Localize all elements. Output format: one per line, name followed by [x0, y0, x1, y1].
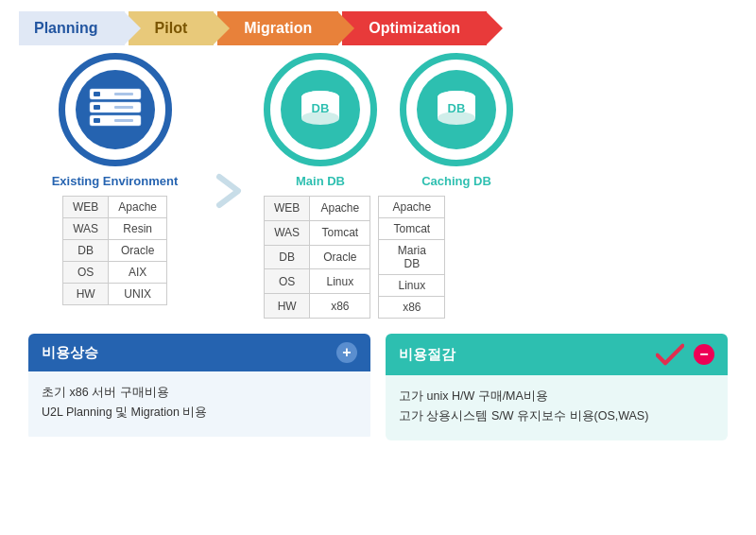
main-db-icon-bg: DB	[281, 70, 360, 149]
main-db-table: WEB Apache WAS Tomcat DB Oracle OS Linux	[264, 196, 370, 319]
existing-env-circle	[59, 53, 172, 166]
phase-pilot-label: Pilot	[155, 20, 188, 37]
right-env-section: DB Main DB DB	[254, 53, 733, 319]
card-cost-increase: 비용상승 + 초기 x86 서버 구매비용 U2L Planning 및 Mig…	[28, 334, 370, 440]
svg-rect-6	[94, 105, 100, 110]
main-row-3-val: Linux	[310, 269, 370, 294]
table-row: x86	[379, 297, 445, 319]
main-row-3-key: OS	[265, 269, 310, 294]
right-chevron-icon	[212, 167, 249, 215]
cache-row-2-val: Maria DB	[379, 240, 445, 275]
card-cost-decrease-header: 비용절감 −	[386, 334, 728, 375]
right-env-tables: WEB Apache WAS Tomcat DB Oracle OS Linux	[254, 196, 733, 319]
table-row: HW UNIX	[62, 284, 166, 305]
existing-row-3-val: AIX	[109, 262, 167, 284]
svg-rect-2	[94, 92, 100, 96]
table-row: DB Oracle	[265, 245, 370, 269]
existing-row-4-key: HW	[62, 284, 108, 305]
table-row: Maria DB	[379, 240, 445, 275]
main-row-2-val: Oracle	[310, 245, 370, 269]
phase-planning: Planning	[19, 11, 125, 45]
table-row: Tomcat	[379, 218, 445, 240]
main-db-circle: DB	[264, 53, 377, 166]
table-row: Linux	[379, 275, 445, 297]
card-cost-decrease: 비용절감 − 고가 unix H/W 구매/MA비용 고가 상용시스템 S/W …	[386, 334, 728, 440]
arrow-connector	[207, 53, 254, 319]
existing-env-label: Existing Environment	[52, 174, 179, 188]
middle-area: Existing Environment WEB Apache WAS Resi…	[0, 53, 756, 319]
table-row: WEB Apache	[62, 197, 166, 218]
existing-env-icon-bg	[76, 70, 155, 149]
caching-db-block: DB Caching DB	[400, 53, 513, 188]
card-cost-decrease-line2: 고가 상용시스템 S/W 유지보수 비용(OS,WAS)	[399, 406, 714, 426]
svg-rect-3	[114, 93, 133, 95]
cache-row-3-val: Linux	[379, 275, 445, 297]
main-db-icon: DB	[293, 86, 348, 133]
main-row-0-val: Apache	[310, 197, 370, 221]
phase-pilot: Pilot	[129, 11, 215, 45]
existing-row-0-val: Apache	[109, 197, 167, 218]
main-db-label: Main DB	[296, 174, 345, 188]
svg-text:DB: DB	[448, 101, 466, 115]
table-row: OS Linux	[265, 269, 370, 294]
existing-row-2-val: Oracle	[109, 240, 167, 262]
main-row-4-key: HW	[265, 294, 310, 319]
card-cost-decrease-btn[interactable]: −	[694, 344, 714, 365]
main-row-4-val: x86	[310, 294, 370, 319]
phase-optimization-label: Optimization	[369, 20, 460, 37]
phase-migration: Migration	[217, 11, 338, 45]
existing-row-0-key: WEB	[62, 197, 108, 218]
main-row-2-key: DB	[265, 245, 310, 269]
existing-row-1-key: WAS	[62, 218, 108, 240]
card-cost-increase-line1: 초기 x86 서버 구매비용	[42, 383, 357, 403]
svg-rect-11	[114, 119, 133, 122]
main-row-1-val: Tomcat	[310, 220, 370, 245]
existing-env-table: WEB Apache WAS Resin DB Oracle OS AIX	[62, 196, 167, 305]
phase-bar: Planning Pilot Migration Optimization	[0, 0, 756, 53]
card-cost-increase-line2: U2L Planning 및 Migration 비용	[42, 403, 357, 423]
caching-db-icon: DB	[429, 86, 484, 133]
main-db-block: DB Main DB	[264, 53, 377, 188]
card-cost-decrease-line1: 고가 unix H/W 구매/MA비용	[399, 387, 714, 406]
bottom-section: 비용상승 + 초기 x86 서버 구매비용 U2L Planning 및 Mig…	[28, 334, 728, 440]
cache-row-1-val: Tomcat	[379, 218, 445, 240]
phase-migration-label: Migration	[244, 20, 312, 37]
svg-text:DB: DB	[312, 101, 330, 115]
caching-db-circle: DB	[400, 53, 513, 166]
card-cost-increase-header: 비용상승 +	[28, 334, 370, 371]
card-cost-decrease-body: 고가 unix H/W 구매/MA비용 고가 상용시스템 S/W 유지보수 비용…	[386, 375, 728, 440]
server-rack-icon	[86, 85, 145, 134]
existing-row-3-key: OS	[62, 262, 108, 284]
caching-db-icon-bg: DB	[417, 70, 496, 149]
existing-row-4-val: UNIX	[109, 284, 167, 305]
existing-table-wrap: WEB Apache WAS Resin DB Oracle OS AIX	[62, 196, 167, 305]
card-cost-increase-btn[interactable]: +	[336, 342, 357, 363]
cache-row-0-val: Apache	[379, 197, 445, 218]
main-row-0-key: WEB	[265, 197, 310, 221]
right-env-top: DB Main DB DB	[254, 53, 733, 188]
caching-db-table: Apache Tomcat Maria DB Linux x86	[378, 196, 445, 319]
card-cost-decrease-title: 비용절감	[399, 346, 455, 364]
table-row: WAS Resin	[62, 218, 166, 240]
card-cost-increase-title: 비용상승	[42, 344, 98, 362]
table-row: Apache	[379, 197, 445, 218]
svg-rect-7	[114, 106, 133, 109]
phase-planning-label: Planning	[34, 20, 98, 37]
checkmark-icon	[656, 342, 684, 367]
existing-row-2-key: DB	[62, 240, 108, 262]
phase-optimization: Optimization	[342, 11, 487, 45]
table-row: HW x86	[265, 294, 370, 319]
main-row-1-key: WAS	[265, 220, 310, 245]
table-row: WAS Tomcat	[265, 220, 370, 245]
table-row: WEB Apache	[265, 197, 370, 221]
caching-db-label: Caching DB	[421, 174, 491, 188]
cache-row-4-val: x86	[379, 297, 445, 319]
existing-row-1-val: Resin	[109, 218, 167, 240]
table-row: OS AIX	[62, 262, 166, 284]
existing-env-section: Existing Environment WEB Apache WAS Resi…	[23, 53, 207, 319]
table-row: DB Oracle	[62, 240, 166, 262]
card-cost-increase-body: 초기 x86 서버 구매비용 U2L Planning 및 Migration …	[28, 371, 370, 437]
svg-rect-10	[94, 118, 100, 123]
